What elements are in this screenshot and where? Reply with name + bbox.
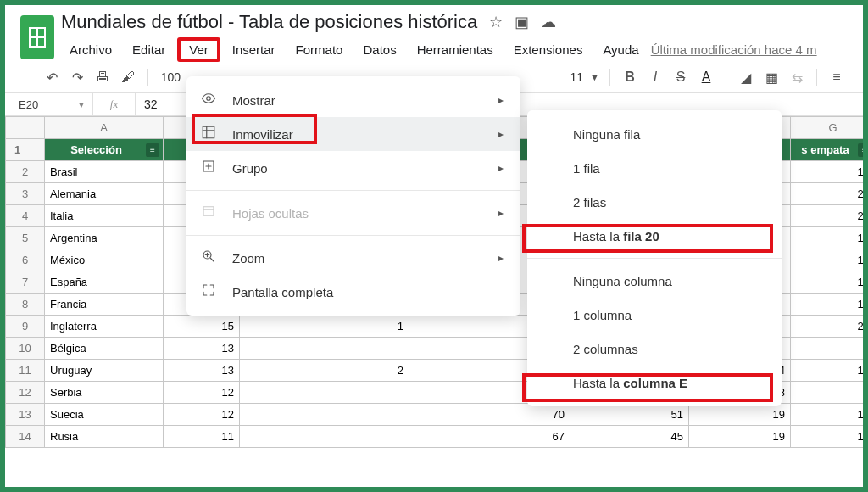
cell[interactable]: 13 <box>791 404 864 426</box>
cell[interactable]: México <box>45 249 164 271</box>
freeze-ninguna-fila[interactable]: Ninguna fila <box>527 117 782 151</box>
cell[interactable] <box>240 382 409 404</box>
row-header[interactable]: 3 <box>6 183 45 205</box>
row-header[interactable]: 14 <box>6 426 45 448</box>
menu-archivo[interactable]: Archivo <box>61 39 120 60</box>
row-header[interactable]: 13 <box>6 404 45 426</box>
redo-icon[interactable]: ↷ <box>68 70 86 86</box>
freeze-hasta-fila[interactable]: Hasta la fila 20 <box>527 219 782 253</box>
cell[interactable]: Inglaterra <box>45 316 164 338</box>
align-icon[interactable]: ≡ <box>827 70 846 85</box>
cell[interactable]: 67 <box>409 426 570 448</box>
cell[interactable]: Argentina <box>45 227 164 249</box>
freeze-1-col[interactable]: 1 columna <box>527 298 782 332</box>
cell[interactable]: 2 <box>240 360 409 382</box>
cell[interactable]: Alemania <box>45 183 164 205</box>
cell[interactable]: Suecia <box>45 404 164 426</box>
cell[interactable]: 15 <box>164 316 240 338</box>
cell[interactable]: Francia <box>45 294 164 316</box>
row-header[interactable]: 12 <box>6 382 45 404</box>
cell[interactable]: 21 <box>791 205 864 227</box>
row-header[interactable]: 7 <box>6 271 45 294</box>
cell[interactable]: 21 <box>791 316 864 338</box>
cell[interactable]: 45 <box>570 426 689 448</box>
font-size[interactable]: 11 <box>561 70 583 84</box>
cell[interactable]: 11 <box>164 426 240 448</box>
cell[interactable]: 12 <box>791 360 864 382</box>
select-all-corner[interactable] <box>6 117 45 139</box>
freeze-1-fila[interactable]: 1 fila <box>527 151 782 185</box>
menu-herramientas[interactable]: Herramientas <box>409 39 502 60</box>
cell[interactable]: Bélgica <box>45 338 164 360</box>
menu-formato[interactable]: Formato <box>287 39 352 60</box>
cell[interactable] <box>240 404 409 426</box>
bold-button[interactable]: B <box>620 70 639 85</box>
cell[interactable]: 19 <box>689 426 791 448</box>
cell[interactable]: 70 <box>409 404 570 426</box>
fill-color-icon[interactable]: ◢ <box>737 70 755 86</box>
menu-item-grupo[interactable]: Grupo ▸ <box>186 151 520 185</box>
cell[interactable]: 12 <box>164 404 240 426</box>
cell[interactable]: 15 <box>791 271 864 294</box>
menu-datos[interactable]: Datos <box>354 39 404 60</box>
borders-icon[interactable]: ▦ <box>762 70 781 86</box>
cell[interactable]: Serbia <box>45 382 164 404</box>
row-header[interactable]: 4 <box>6 205 45 227</box>
cell[interactable]: 14 <box>791 249 864 271</box>
revision-link[interactable]: Última modificación hace 4 m <box>651 42 817 57</box>
italic-button[interactable]: I <box>646 70 665 85</box>
doc-title[interactable]: Mundiales de fútbol - Tabla de posicione… <box>61 11 477 33</box>
cell[interactable]: 9 <box>791 338 864 360</box>
cell[interactable]: 12 <box>164 382 240 404</box>
cloud-icon[interactable]: ☁ <box>541 13 556 31</box>
cell[interactable]: 13 <box>791 294 864 316</box>
sheets-logo[interactable] <box>20 15 54 59</box>
cell[interactable] <box>240 338 409 360</box>
cell[interactable]: 15 <box>791 227 864 249</box>
freeze-ninguna-col[interactable]: Ninguna columna <box>527 264 782 298</box>
cell[interactable]: Italia <box>45 205 164 227</box>
star-icon[interactable]: ☆ <box>489 13 503 31</box>
row-header[interactable]: 6 <box>6 249 45 271</box>
name-box[interactable]: E20 ▼ <box>12 93 93 115</box>
paint-format-icon[interactable]: 🖌 <box>119 70 137 85</box>
col-header-G[interactable]: G <box>791 117 864 139</box>
cell[interactable] <box>240 426 409 448</box>
cell[interactable]: 10 <box>791 426 864 448</box>
zoom-value[interactable]: 100 <box>159 70 181 84</box>
filter-icon[interactable]: ≡ <box>146 143 159 157</box>
formula-value[interactable]: 32 <box>136 98 158 111</box>
menu-insertar[interactable]: Insertar <box>224 39 284 60</box>
cell[interactable]: España <box>45 271 164 294</box>
filter-icon[interactable]: ≡ <box>858 143 863 157</box>
row-header[interactable]: 1 <box>6 139 45 161</box>
row-header[interactable]: 11 <box>6 360 45 382</box>
menu-ver[interactable]: Ver <box>177 37 220 62</box>
strike-button[interactable]: S <box>671 70 690 85</box>
cell[interactable]: Brasil <box>45 161 164 183</box>
undo-icon[interactable]: ↶ <box>42 70 61 86</box>
menu-item-mostrar[interactable]: Mostrar ▸ <box>186 83 520 117</box>
freeze-hasta-col[interactable]: Hasta la columna E <box>527 366 782 400</box>
cell[interactable]: 51 <box>570 404 689 426</box>
cell[interactable]: s empata≡ <box>791 139 864 161</box>
menu-editar[interactable]: Editar <box>124 39 174 60</box>
cell[interactable]: 20 <box>791 183 864 205</box>
text-color-button[interactable]: A <box>697 70 715 85</box>
cell[interactable]: 8 <box>791 382 864 404</box>
cell[interactable]: 13 <box>164 360 240 382</box>
cell[interactable]: 18 <box>791 161 864 183</box>
freeze-2-filas[interactable]: 2 filas <box>527 185 782 219</box>
menu-item-pantalla-completa[interactable]: Pantalla completa <box>186 275 520 309</box>
freeze-2-col[interactable]: 2 columnas <box>527 332 782 366</box>
print-icon[interactable]: 🖶 <box>93 70 112 85</box>
cell[interactable]: Selección≡ <box>45 139 164 161</box>
menu-item-zoom[interactable]: Zoom ▸ <box>186 241 520 275</box>
move-icon[interactable]: ▣ <box>515 13 529 31</box>
row-header[interactable]: 8 <box>6 294 45 316</box>
merge-icon[interactable]: ⇆ <box>787 70 806 86</box>
menu-extensiones[interactable]: Extensiones <box>505 39 592 60</box>
cell[interactable]: 19 <box>689 404 791 426</box>
cell[interactable]: Rusia <box>45 426 164 448</box>
cell[interactable]: 13 <box>164 338 240 360</box>
